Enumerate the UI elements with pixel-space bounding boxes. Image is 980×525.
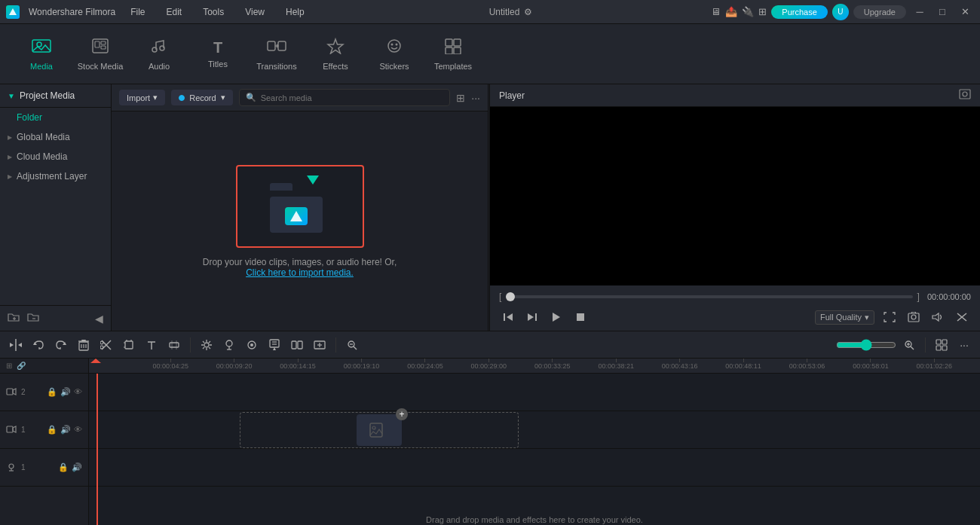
tool-media[interactable]: Media [15, 30, 68, 78]
cut-tool[interactable] [96, 335, 116, 355]
timeline-ruler[interactable]: // Ruler marks generated dynamically 00:… [89, 359, 980, 374]
record-label: Record [189, 93, 216, 102]
svg-rect-23 [960, 90, 970, 99]
grid-tool[interactable] [932, 335, 951, 355]
tool-audio[interactable]: Audio [133, 30, 185, 78]
play-button[interactable] [547, 308, 565, 326]
volume-button[interactable] [929, 308, 947, 326]
search-input[interactable] [261, 93, 444, 102]
collapse-panel-icon[interactable]: ◀ [95, 313, 103, 325]
progress-handle[interactable] [506, 292, 515, 301]
tool-templates[interactable]: Templates [427, 30, 479, 78]
record-tool[interactable] [242, 335, 262, 355]
track-eye-icon[interactable]: 👁 [74, 425, 82, 435]
audio-tool[interactable] [219, 335, 239, 355]
set-out-icon[interactable]: ] [917, 291, 920, 302]
step-forward-button[interactable] [523, 308, 541, 326]
icon-grid[interactable]: ⊞ [758, 6, 767, 17]
icon-monitor[interactable]: 🖥 [711, 6, 721, 17]
import-button[interactable]: Import ▾ [119, 90, 165, 105]
track-lock-icon[interactable]: 🔒 [58, 462, 69, 472]
crop-tool[interactable] [119, 335, 139, 355]
drop-zone-plus: + [396, 408, 408, 420]
set-in-icon[interactable]: [ [499, 291, 501, 302]
menu-tools[interactable]: Tools [197, 4, 230, 20]
more-options-icon[interactable]: ··· [471, 92, 480, 104]
svg-marker-0 [9, 8, 17, 15]
menu-help[interactable]: Help [280, 4, 311, 20]
delete-tool[interactable] [74, 335, 93, 355]
fit-tool[interactable] [164, 335, 184, 355]
remove-folder-icon[interactable] [27, 312, 39, 325]
tree-item-folder[interactable]: Folder [0, 108, 111, 127]
split-tool[interactable] [6, 335, 26, 355]
tool-effects[interactable]: Effects [309, 30, 362, 78]
tool-stock-media[interactable]: Stock Media [74, 30, 127, 78]
filter-icon[interactable]: ⊞ [456, 92, 465, 104]
tool-stickers[interactable]: Stickers [368, 30, 421, 78]
maximize-button[interactable]: □ [933, 3, 951, 21]
record-button[interactable]: Record ▾ [171, 90, 232, 105]
svg-marker-22 [290, 211, 302, 221]
snapshot-button[interactable] [905, 308, 923, 326]
menu-edit[interactable]: Edit [161, 4, 188, 20]
import-label: Import [127, 93, 150, 102]
menu-view[interactable]: View [239, 4, 271, 20]
zoom-out-tool[interactable] [342, 335, 362, 355]
link-icon[interactable]: 🔗 [17, 362, 26, 370]
svg-rect-61 [270, 340, 279, 347]
folder-tab [270, 183, 292, 191]
track-lock-icon[interactable]: 🔒 [47, 387, 57, 397]
track-eye-icon[interactable]: 👁 [74, 387, 82, 397]
avatar[interactable]: U [832, 4, 849, 20]
tool-titles[interactable]: T Titles [191, 30, 244, 78]
zoom-in-tool[interactable] [899, 335, 919, 355]
import-link[interactable]: Click here to import media. [246, 267, 354, 278]
stop-button[interactable] [571, 308, 590, 326]
menu-file[interactable]: File [124, 4, 151, 20]
ruler-tick: 00:00:53:06 [789, 359, 825, 370]
clip-button[interactable] [953, 308, 971, 326]
track-lock-icon[interactable]: 🔒 [47, 425, 57, 435]
stickers-label: Stickers [379, 62, 409, 71]
icon-share[interactable]: 📤 [725, 6, 737, 17]
transition-tool[interactable] [287, 335, 307, 355]
tree-item-cloud-media[interactable]: ▶ Cloud Media [0, 147, 111, 166]
chevron-down-icon: ▾ [221, 93, 225, 102]
icon-plugins[interactable]: 🔌 [742, 6, 754, 17]
purchase-button[interactable]: Purchase [771, 5, 827, 19]
upgrade-button[interactable]: Upgrade [853, 5, 906, 19]
fullscreen-button[interactable] [880, 308, 899, 326]
text-tool[interactable] [142, 335, 161, 355]
insert-tool[interactable] [310, 335, 329, 355]
mid-section: ▼ Project Media Folder ▶ Global Media ▶ … [0, 84, 980, 331]
drop-text: Drop your video clips, images, or audio … [203, 257, 397, 278]
tree-item-adjustment-layer[interactable]: ▶ Adjustment Layer [0, 166, 111, 186]
player-screenshot-icon[interactable] [959, 89, 971, 102]
tree-item-global-media[interactable]: ▶ Global Media [0, 127, 111, 147]
quality-select[interactable]: Full Quality ▾ [815, 310, 874, 325]
stock-media-label: Stock Media [78, 62, 124, 71]
progress-track[interactable] [506, 295, 912, 298]
templates-icon [444, 38, 462, 59]
track-audio-icon[interactable]: 🔊 [72, 462, 82, 472]
tool-transitions[interactable]: Transitions [250, 30, 303, 78]
more-tool[interactable]: ··· [954, 335, 974, 355]
marker-tool[interactable] [265, 335, 284, 355]
svg-marker-84 [13, 426, 16, 432]
track-audio-icon[interactable]: 🔊 [60, 425, 71, 435]
left-panel-footer: ◀ [0, 305, 111, 331]
track-audio-icon[interactable]: 🔊 [60, 387, 71, 397]
stock-media-icon [91, 38, 109, 59]
settings-tool[interactable] [197, 335, 216, 355]
step-back-button[interactable] [499, 308, 517, 326]
svg-rect-30 [577, 313, 584, 321]
minimize-button[interactable]: ─ [911, 3, 929, 21]
svg-marker-29 [553, 313, 560, 322]
undo-tool[interactable] [29, 335, 48, 355]
zoom-slider[interactable] [836, 339, 896, 351]
add-track-icon[interactable]: ⊞ [6, 362, 12, 370]
redo-tool[interactable] [51, 335, 71, 355]
close-button[interactable]: ✕ [956, 3, 974, 21]
add-folder-icon[interactable] [8, 312, 20, 325]
